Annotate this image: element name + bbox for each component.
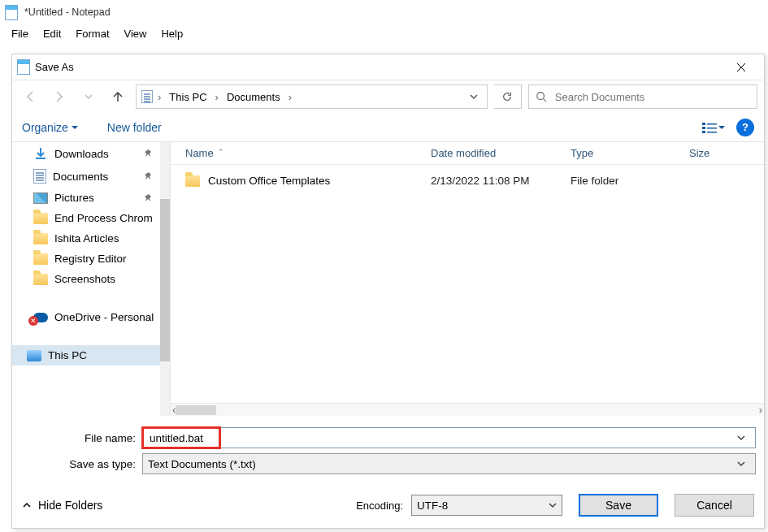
sidebar-item-label: Registry Editor (54, 253, 127, 265)
address-dropdown[interactable] (464, 93, 484, 101)
chevron-right-icon[interactable]: › (289, 91, 292, 103)
encoding-dropdown[interactable] (549, 500, 557, 512)
downloads-icon (33, 146, 48, 161)
organize-dropdown[interactable]: Organize (22, 121, 78, 134)
sidebar-item[interactable]: Ishita Articles (12, 228, 170, 249)
menubar: File Edit Format View Help (0, 24, 768, 42)
sidebar-item[interactable]: ✕OneDrive - Personal (12, 307, 170, 327)
up-button[interactable] (106, 85, 129, 108)
search-box[interactable] (528, 84, 757, 109)
folder-icon (185, 175, 200, 187)
file-row[interactable]: Custom Office Templates2/13/2022 11:08 P… (171, 171, 764, 190)
search-input[interactable] (553, 90, 750, 104)
error-badge-icon: ✕ (28, 316, 38, 326)
view-button[interactable] (697, 119, 730, 136)
chevron-up-icon (22, 500, 32, 510)
saveastype-combo[interactable]: Text Documents (*.txt) (142, 453, 756, 474)
folder-icon (33, 233, 48, 244)
sidebar-item-label: Downloads (54, 148, 109, 160)
sidebar-item[interactable]: Documents (12, 165, 170, 188)
filename-input[interactable] (148, 431, 732, 445)
chevron-down-icon (470, 93, 478, 101)
refresh-icon (501, 91, 513, 102)
forward-icon (53, 90, 66, 103)
scroll-right-icon[interactable]: › (759, 404, 762, 416)
view-details-icon (702, 121, 717, 134)
dialog-icon (17, 59, 30, 75)
save-button[interactable]: Save (579, 494, 658, 517)
column-size[interactable]: Size (689, 147, 764, 159)
breadcrumb-documents[interactable]: Documents (222, 89, 285, 105)
svg-rect-4 (707, 128, 717, 129)
sidebar-item-label: Ishita Articles (54, 232, 119, 244)
menu-file[interactable]: File (5, 26, 35, 41)
hide-folders-button[interactable]: Hide Folders (22, 499, 102, 512)
chevron-down-icon (85, 93, 93, 101)
encoding-combo[interactable]: UTF-8 (411, 495, 562, 516)
location-icon (141, 90, 153, 103)
saveastype-value: Text Documents (*.txt) (148, 458, 732, 470)
folder-icon (33, 253, 48, 265)
chevron-down-icon (737, 434, 745, 442)
sidebar-item[interactable]: Pictures (12, 188, 170, 208)
sidebar-scrollbar[interactable] (160, 142, 170, 416)
saveastype-dropdown[interactable] (732, 460, 750, 468)
filename-combo[interactable] (142, 427, 756, 448)
filename-dropdown[interactable] (732, 434, 750, 442)
sidebar-item[interactable]: Downloads (12, 142, 170, 165)
chevron-right-icon[interactable]: › (158, 91, 161, 103)
address-bar[interactable]: › This PC › Documents › (136, 84, 488, 109)
sidebar-item-label: Screenshots (54, 273, 115, 285)
recent-dropdown[interactable] (77, 85, 100, 108)
column-name[interactable]: Name ˄ (171, 147, 431, 159)
pin-icon (144, 171, 154, 181)
file-list: Custom Office Templates2/13/2022 11:08 P… (171, 165, 764, 403)
sidebar-item-label: Documents (53, 171, 108, 183)
file-name: Custom Office Templates (208, 175, 330, 187)
chevron-right-icon[interactable]: › (215, 91, 219, 103)
sidebar-item[interactable]: Screenshots (12, 269, 170, 289)
forward-button[interactable] (48, 85, 71, 108)
menu-edit[interactable]: Edit (37, 26, 67, 41)
folder-icon (33, 274, 48, 285)
sidebar-item-label: OneDrive - Personal (54, 311, 154, 323)
filename-label: File name: (20, 432, 142, 444)
sidebar-item[interactable]: End Process Chrom (12, 208, 170, 228)
back-button[interactable] (19, 85, 41, 108)
menu-help[interactable]: Help (154, 26, 189, 41)
file-type: File folder (571, 175, 689, 187)
horizontal-scrollbar[interactable]: ‹ › (171, 403, 764, 416)
notepad-title: *Untitled - Notepad (24, 6, 111, 18)
help-button[interactable]: ? (736, 119, 754, 136)
sidebar-item-label: Pictures (54, 192, 94, 204)
document-icon (33, 169, 46, 184)
encoding-label: Encoding: (356, 500, 403, 512)
chevron-down-icon (737, 460, 745, 468)
breadcrumb-this-pc[interactable]: This PC (164, 89, 211, 105)
sidebar-item-label: This PC (48, 349, 87, 361)
svg-rect-3 (702, 127, 705, 129)
refresh-button[interactable] (494, 84, 522, 109)
menu-format[interactable]: Format (69, 26, 115, 41)
svg-rect-2 (707, 123, 717, 125)
notepad-icon (5, 5, 18, 20)
chevron-down-icon (549, 501, 557, 509)
sidebar-item[interactable]: This PC (12, 345, 170, 365)
onedrive-icon: ✕ (33, 313, 48, 322)
sort-ascending-icon: ˄ (219, 148, 223, 158)
caret-down-icon (718, 124, 725, 131)
encoding-value: UTF-8 (417, 500, 448, 512)
close-button[interactable] (723, 55, 759, 80)
back-icon (24, 90, 37, 103)
pin-icon (144, 193, 154, 203)
save-as-dialog: Save As › This PC › Docume (11, 54, 765, 529)
sidebar-item[interactable]: Registry Editor (12, 249, 170, 269)
new-folder-button[interactable]: New folder (107, 121, 162, 134)
menu-view[interactable]: View (118, 26, 154, 41)
svg-rect-6 (707, 132, 717, 133)
column-type[interactable]: Type (571, 147, 689, 159)
cancel-button[interactable]: Cancel (675, 494, 754, 517)
column-date[interactable]: Date modified (431, 147, 571, 159)
column-headers: Name ˄ Date modified Type Size (171, 142, 764, 165)
close-icon (736, 63, 746, 72)
